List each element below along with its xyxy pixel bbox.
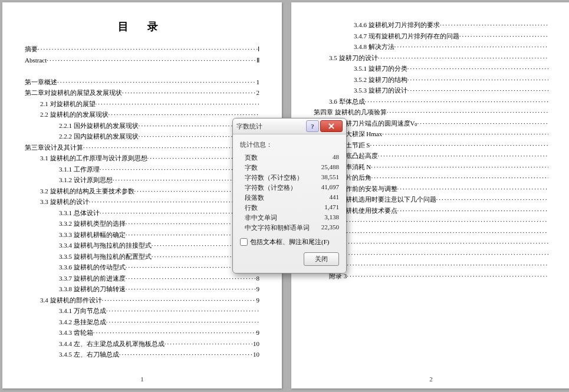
- stat-row: 页数48: [240, 153, 339, 163]
- toc-leader-dots: [397, 206, 549, 216]
- toc-label: 3.3.7 旋耕机的前进速度: [59, 274, 126, 284]
- toc-leader-dots: [122, 88, 256, 98]
- toc-leader-dots: [93, 328, 256, 338]
- toc-leader-dots: [331, 249, 548, 259]
- toc-label: 3.5.3 旋耕刀的设计: [354, 85, 407, 95]
- toc-entry: 摘要Ⅰ: [25, 44, 259, 54]
- toc-label: 3.3.2 旋耕机类型的选择: [59, 219, 126, 229]
- toc-entry: 3.3.2 旋耕机类型的选择: [25, 219, 259, 229]
- stat-row: 段落数441: [240, 193, 339, 203]
- toc-label: 3.5 旋耕刀的设计: [329, 53, 378, 63]
- include-textboxes-checkbox[interactable]: 包括文本框、脚注和尾注(F): [240, 238, 339, 246]
- toc-label: 3.3.1 总体设计: [59, 208, 100, 218]
- toc-leader-dots: [378, 53, 549, 63]
- toc-entry: 第四章 旋耕机的几项验算: [314, 107, 548, 117]
- toc-label: 第一章概述: [25, 77, 57, 87]
- toc-list-right: 3.4.6 旋耕机对刀片排列的要求3.4.7 现有旋耕机刀片排列存在的问题3.4…: [314, 20, 548, 281]
- toc-entry: 3.3.5 旋耕机与拖拉机的配置型式8: [25, 252, 259, 262]
- dialog-titlebar[interactable]: 字数统计 ?: [233, 118, 346, 134]
- toc-entry: 3.1.2 设计原则思想: [25, 175, 259, 185]
- close-dialog-button[interactable]: 关闭: [304, 252, 339, 266]
- toc-label: 2.1 对旋耕机的展望: [40, 99, 96, 109]
- toc-leader-dots: [365, 97, 549, 107]
- toc-leader-dots: [371, 162, 548, 172]
- toc-entry: 4.8 旋耕机选用时要注意以下几个问题: [314, 195, 548, 205]
- toc-label: 3.4 旋耕机的部件设计: [40, 295, 102, 305]
- toc-entry: 4.3 切土节距 S: [314, 140, 548, 150]
- toc-list-left: 摘要ⅠAbstractⅡ 第一章概述1第二章对旋耕机的展望及发展现状22.1 对…: [25, 44, 259, 360]
- stat-value: 3,138: [324, 213, 339, 222]
- toc-entry: 3.4.5 左、右刀轴总成10: [25, 350, 259, 360]
- toc-leader-dots: [126, 274, 256, 284]
- stat-value: 38,551: [321, 173, 339, 182]
- toc-entry: 3.4.8 解决方法: [314, 42, 548, 52]
- toc-leader-dots: [370, 140, 548, 150]
- checkbox-input[interactable]: [240, 238, 248, 246]
- help-button[interactable]: ?: [306, 120, 319, 132]
- stat-label: 字符数（计空格）: [245, 183, 297, 192]
- toc-label: 3.4.7 现有旋耕机刀片排列存在的问题: [354, 31, 459, 41]
- toc-page-ref: 2: [256, 88, 260, 98]
- toc-entry: 3.3.4 旋耕机与拖拉机的挂接型式: [25, 241, 259, 251]
- stat-row: 字符数（不计空格）38,551: [240, 173, 339, 183]
- close-button[interactable]: [320, 120, 343, 132]
- toc-entry: 3.1.1 工作原理: [25, 164, 259, 174]
- stats-list: 页数48字数25,488字符数（不计空格）38,551字符数（计空格）41,69…: [240, 153, 339, 233]
- toc-entry: 4.1 旋耕刀片端点的圆周速度V₀: [314, 118, 548, 129]
- toc-entry: 致谢: [314, 228, 548, 238]
- toc-entry: 3.5.3 旋耕刀的设计: [314, 85, 548, 95]
- toc-page-ref: 9: [256, 328, 260, 338]
- toc-label: Abstract: [25, 55, 47, 65]
- toc-leader-dots: [96, 99, 260, 109]
- toc-label: 第四章 旋耕机的几项验算: [314, 107, 387, 117]
- toc-entry: 3.4.3 齿轮箱9: [25, 328, 259, 338]
- toc-leader-dots: [371, 173, 549, 183]
- toc-entry: 结论: [314, 216, 548, 226]
- toc-entry: 参考文献: [314, 238, 548, 248]
- toc-label: 3.1 旋耕机的工作原理与设计原则思想: [40, 153, 147, 163]
- toc-label: 3.4.3 齿轮箱: [59, 328, 93, 338]
- word-count-dialog: 字数统计 ? 统计信息： 页数48字数25,488字符数（不计空格）38,551…: [232, 118, 347, 274]
- toc-leader-dots: [387, 107, 548, 117]
- toc-label: 3.4.1 万向节总成: [59, 306, 106, 316]
- toc-label: 2.2.2 国内旋耕机的发展现状: [59, 131, 139, 141]
- toc-entry: 3.5.2 旋耕刀的结构: [314, 75, 548, 85]
- toc-leader-dots: [407, 85, 548, 95]
- toc-page-ref: 1: [256, 77, 260, 87]
- stat-label: 字符数（不计空格）: [245, 173, 303, 182]
- toc-label: 3.4.6 旋耕机对刀片排列的要求: [354, 20, 440, 30]
- toc-label: 3.4.4 左、右主梁总成及机罩拖板总成: [59, 339, 165, 349]
- toc-label: 3.4.8 解决方法: [354, 42, 394, 52]
- toc-entry: AbstractⅡ: [25, 55, 259, 65]
- toc-leader-dots: [407, 75, 548, 85]
- toc-page-ref: 8: [256, 274, 260, 284]
- close-icon: [328, 123, 334, 129]
- toc-leader-dots: [459, 31, 548, 41]
- toc-entry: 3.3.3 旋耕机耕幅的确定: [25, 230, 259, 240]
- toc-label: 3.3.3 旋耕机耕幅的确定: [59, 230, 126, 240]
- toc-leader-dots: [436, 195, 549, 205]
- toc-leader-dots: [165, 339, 253, 349]
- stat-row: 行数1,471: [240, 203, 339, 213]
- toc-leader-dots: [340, 238, 548, 248]
- toc-leader-dots: [38, 44, 258, 54]
- stat-label: 段落数: [245, 193, 264, 202]
- toc-leader-dots: [417, 118, 548, 129]
- toc-leader-dots: [378, 151, 549, 161]
- stat-label: 中文字符和朝鲜语单词: [245, 223, 310, 232]
- toc-label: 3.4.5 左、右刀轴总成: [59, 350, 119, 360]
- stat-value: 1,471: [324, 203, 339, 212]
- stat-label: 字数: [245, 163, 258, 172]
- toc-leader-dots: [407, 64, 548, 74]
- toc-leader-dots: [397, 184, 549, 194]
- toc-entry: 4.9 旋耕机使用技术要点: [314, 206, 548, 216]
- toc-leader-dots: [106, 306, 259, 316]
- toc-label: 3.3 旋耕机的设计: [40, 197, 89, 207]
- toc-entry: 4.2 最大耕深 Hmax: [314, 129, 548, 139]
- toc-label: 3.3.5 旋耕机与拖拉机的配置型式: [59, 252, 152, 262]
- toc-leader-dots: [347, 271, 548, 281]
- toc-label: 2.2.1 国外旋耕机的发展现状: [59, 121, 139, 131]
- toc-entry: 附录 3: [314, 271, 548, 281]
- stat-row: 字符数（计空格）41,697: [240, 183, 339, 193]
- toc-label: 3.1.2 设计原则思想: [59, 175, 113, 185]
